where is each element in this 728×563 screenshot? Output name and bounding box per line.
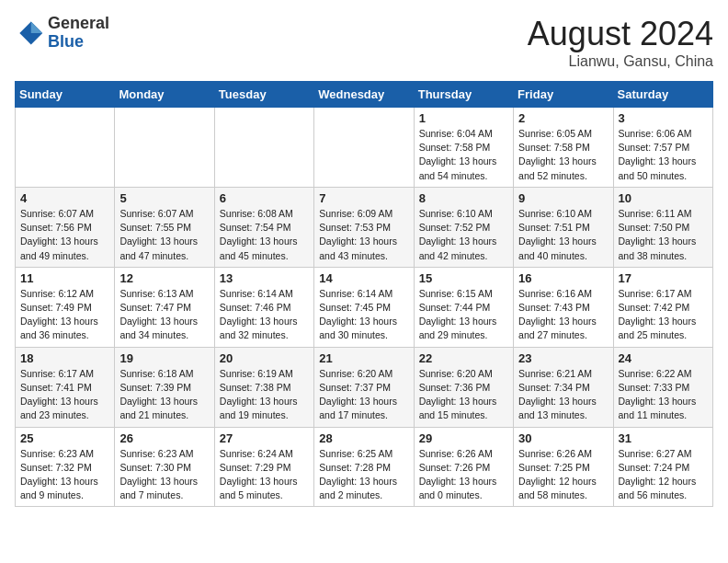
calendar-cell: 29Sunrise: 6:26 AM Sunset: 7:26 PM Dayli… xyxy=(414,427,513,507)
calendar-cell: 23Sunrise: 6:21 AM Sunset: 7:34 PM Dayli… xyxy=(514,347,613,427)
day-number: 15 xyxy=(419,271,508,285)
calendar-cell: 11Sunrise: 6:12 AM Sunset: 7:49 PM Dayli… xyxy=(16,267,115,347)
calendar-cell: 13Sunrise: 6:14 AM Sunset: 7:46 PM Dayli… xyxy=(214,267,313,347)
day-number: 21 xyxy=(319,351,408,365)
calendar-cell: 16Sunrise: 6:16 AM Sunset: 7:43 PM Dayli… xyxy=(514,267,613,347)
day-number: 20 xyxy=(220,351,309,365)
day-number: 11 xyxy=(20,271,109,285)
day-info: Sunrise: 6:17 AM Sunset: 7:42 PM Dayligh… xyxy=(619,287,708,343)
day-number: 7 xyxy=(319,191,408,205)
day-info: Sunrise: 6:04 AM Sunset: 7:58 PM Dayligh… xyxy=(419,127,508,183)
day-number: 16 xyxy=(518,271,608,285)
day-info: Sunrise: 6:19 AM Sunset: 7:38 PM Dayligh… xyxy=(220,367,309,423)
day-number: 14 xyxy=(319,271,408,285)
day-info: Sunrise: 6:12 AM Sunset: 7:49 PM Dayligh… xyxy=(20,287,109,343)
page-header: General Blue August 2024 Lianwu, Gansu, … xyxy=(15,15,713,70)
day-number: 17 xyxy=(619,271,708,285)
day-info: Sunrise: 6:06 AM Sunset: 7:57 PM Dayligh… xyxy=(619,127,708,183)
calendar-cell: 21Sunrise: 6:20 AM Sunset: 7:37 PM Dayli… xyxy=(314,347,414,427)
day-info: Sunrise: 6:20 AM Sunset: 7:36 PM Dayligh… xyxy=(419,367,508,423)
weekday-header: Sunday xyxy=(16,82,115,108)
day-number: 4 xyxy=(20,191,109,205)
day-number: 31 xyxy=(619,431,708,445)
calendar-table: SundayMondayTuesdayWednesdayThursdayFrid… xyxy=(15,81,713,507)
title-block: August 2024 Lianwu, Gansu, China xyxy=(528,15,713,70)
day-number: 12 xyxy=(119,271,209,285)
day-info: Sunrise: 6:07 AM Sunset: 7:56 PM Dayligh… xyxy=(20,207,109,263)
calendar-cell xyxy=(16,108,115,188)
calendar-week-row: 1Sunrise: 6:04 AM Sunset: 7:58 PM Daylig… xyxy=(16,108,713,188)
calendar-cell: 10Sunrise: 6:11 AM Sunset: 7:50 PM Dayli… xyxy=(613,187,712,267)
day-info: Sunrise: 6:10 AM Sunset: 7:51 PM Dayligh… xyxy=(518,207,608,263)
calendar-cell xyxy=(314,108,414,188)
calendar-cell: 24Sunrise: 6:22 AM Sunset: 7:33 PM Dayli… xyxy=(613,347,712,427)
day-number: 2 xyxy=(518,111,608,125)
calendar-cell: 30Sunrise: 6:26 AM Sunset: 7:25 PM Dayli… xyxy=(514,427,613,507)
day-info: Sunrise: 6:21 AM Sunset: 7:34 PM Dayligh… xyxy=(518,367,608,423)
day-number: 18 xyxy=(20,351,109,365)
day-number: 9 xyxy=(518,191,608,205)
day-number: 19 xyxy=(119,351,209,365)
logo-text: General Blue xyxy=(48,15,109,52)
calendar-cell: 22Sunrise: 6:20 AM Sunset: 7:36 PM Dayli… xyxy=(414,347,513,427)
weekday-header: Wednesday xyxy=(314,82,414,108)
day-info: Sunrise: 6:18 AM Sunset: 7:39 PM Dayligh… xyxy=(119,367,209,423)
calendar-cell: 1Sunrise: 6:04 AM Sunset: 7:58 PM Daylig… xyxy=(414,108,513,188)
logo: General Blue xyxy=(15,15,109,52)
day-info: Sunrise: 6:23 AM Sunset: 7:30 PM Dayligh… xyxy=(119,447,209,503)
calendar-cell: 15Sunrise: 6:15 AM Sunset: 7:44 PM Dayli… xyxy=(414,267,513,347)
day-info: Sunrise: 6:14 AM Sunset: 7:45 PM Dayligh… xyxy=(319,287,408,343)
day-info: Sunrise: 6:23 AM Sunset: 7:32 PM Dayligh… xyxy=(20,447,109,503)
month-title: August 2024 xyxy=(528,15,713,53)
day-number: 27 xyxy=(220,431,309,445)
day-number: 10 xyxy=(619,191,708,205)
calendar-cell: 6Sunrise: 6:08 AM Sunset: 7:54 PM Daylig… xyxy=(214,187,313,267)
calendar-cell: 31Sunrise: 6:27 AM Sunset: 7:24 PM Dayli… xyxy=(613,427,712,507)
day-info: Sunrise: 6:20 AM Sunset: 7:37 PM Dayligh… xyxy=(319,367,408,423)
day-info: Sunrise: 6:13 AM Sunset: 7:47 PM Dayligh… xyxy=(119,287,209,343)
day-number: 25 xyxy=(20,431,109,445)
day-number: 1 xyxy=(419,111,508,125)
location: Lianwu, Gansu, China xyxy=(528,53,713,70)
calendar-cell: 9Sunrise: 6:10 AM Sunset: 7:51 PM Daylig… xyxy=(514,187,613,267)
day-number: 28 xyxy=(319,431,408,445)
day-number: 5 xyxy=(119,191,209,205)
calendar-cell: 3Sunrise: 6:06 AM Sunset: 7:57 PM Daylig… xyxy=(613,108,712,188)
weekday-header: Tuesday xyxy=(214,82,313,108)
day-number: 8 xyxy=(419,191,508,205)
calendar-cell: 27Sunrise: 6:24 AM Sunset: 7:29 PM Dayli… xyxy=(214,427,313,507)
day-info: Sunrise: 6:05 AM Sunset: 7:58 PM Dayligh… xyxy=(518,127,608,183)
calendar-cell: 25Sunrise: 6:23 AM Sunset: 7:32 PM Dayli… xyxy=(16,427,115,507)
calendar-week-row: 18Sunrise: 6:17 AM Sunset: 7:41 PM Dayli… xyxy=(16,347,713,427)
day-info: Sunrise: 6:27 AM Sunset: 7:24 PM Dayligh… xyxy=(619,447,708,503)
day-info: Sunrise: 6:10 AM Sunset: 7:52 PM Dayligh… xyxy=(419,207,508,263)
day-info: Sunrise: 6:26 AM Sunset: 7:26 PM Dayligh… xyxy=(419,447,508,503)
day-number: 13 xyxy=(220,271,309,285)
day-info: Sunrise: 6:14 AM Sunset: 7:46 PM Dayligh… xyxy=(220,287,309,343)
calendar-cell: 2Sunrise: 6:05 AM Sunset: 7:58 PM Daylig… xyxy=(514,108,613,188)
calendar-week-row: 11Sunrise: 6:12 AM Sunset: 7:49 PM Dayli… xyxy=(16,267,713,347)
calendar-cell: 7Sunrise: 6:09 AM Sunset: 7:53 PM Daylig… xyxy=(314,187,414,267)
calendar-cell xyxy=(115,108,214,188)
day-number: 6 xyxy=(220,191,309,205)
day-number: 24 xyxy=(619,351,708,365)
day-number: 3 xyxy=(619,111,708,125)
calendar-cell: 20Sunrise: 6:19 AM Sunset: 7:38 PM Dayli… xyxy=(214,347,313,427)
day-info: Sunrise: 6:07 AM Sunset: 7:55 PM Dayligh… xyxy=(119,207,209,263)
day-info: Sunrise: 6:25 AM Sunset: 7:28 PM Dayligh… xyxy=(319,447,408,503)
day-info: Sunrise: 6:17 AM Sunset: 7:41 PM Dayligh… xyxy=(20,367,109,423)
day-number: 30 xyxy=(518,431,608,445)
calendar-cell: 17Sunrise: 6:17 AM Sunset: 7:42 PM Dayli… xyxy=(613,267,712,347)
day-number: 22 xyxy=(419,351,508,365)
weekday-header: Thursday xyxy=(414,82,513,108)
calendar-cell: 26Sunrise: 6:23 AM Sunset: 7:30 PM Dayli… xyxy=(115,427,214,507)
day-info: Sunrise: 6:26 AM Sunset: 7:25 PM Dayligh… xyxy=(518,447,608,503)
calendar-week-row: 4Sunrise: 6:07 AM Sunset: 7:56 PM Daylig… xyxy=(16,187,713,267)
logo-icon xyxy=(15,18,44,48)
day-info: Sunrise: 6:22 AM Sunset: 7:33 PM Dayligh… xyxy=(619,367,708,423)
calendar-cell: 19Sunrise: 6:18 AM Sunset: 7:39 PM Dayli… xyxy=(115,347,214,427)
day-info: Sunrise: 6:16 AM Sunset: 7:43 PM Dayligh… xyxy=(518,287,608,343)
day-info: Sunrise: 6:08 AM Sunset: 7:54 PM Dayligh… xyxy=(220,207,309,263)
day-info: Sunrise: 6:11 AM Sunset: 7:50 PM Dayligh… xyxy=(619,207,708,263)
weekday-header: Friday xyxy=(514,82,613,108)
